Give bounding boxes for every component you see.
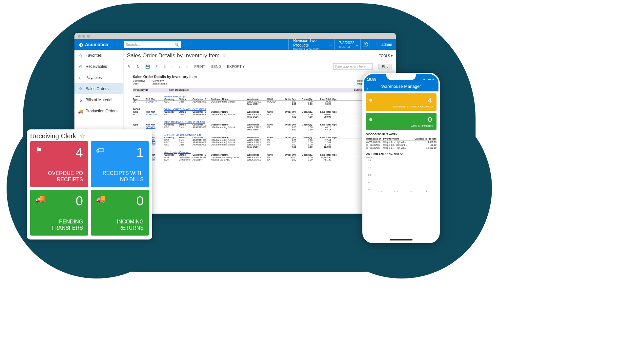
query-input[interactable]: Type your query here bbox=[333, 63, 373, 70]
sidebar-item-receivables[interactable]: ⊕Receivables bbox=[74, 61, 123, 72]
goods-section-title: GOODS TO PUT AWAY bbox=[366, 133, 437, 136]
phone-notch bbox=[386, 74, 416, 80]
report-body: Sales Order Details by Inventory Item Co… bbox=[124, 71, 396, 214]
shipping-ratio-chart: Legend 1.21.00.80.60.4 2020202120222023 bbox=[366, 157, 437, 193]
home-indicator[interactable] bbox=[390, 239, 413, 240]
user-name: admin bbox=[381, 42, 392, 47]
reference-link[interactable]: SO005447 bbox=[146, 101, 164, 103]
reference-link[interactable]: SO005452 bbox=[146, 113, 164, 116]
chevron-down-icon: ⌄ bbox=[329, 43, 332, 47]
sidebar-item-favorites[interactable]: ☆Favorites bbox=[74, 50, 123, 61]
user-icon: 👤 bbox=[375, 42, 379, 47]
refresh-button[interactable]: ↻ bbox=[136, 65, 139, 69]
minus-icon: ⊖ bbox=[78, 75, 83, 80]
tile-icon: ⚑ bbox=[35, 146, 43, 155]
y-axis: 1.21.00.80.60.4 bbox=[366, 159, 372, 189]
first-page-button[interactable]: |‹ bbox=[164, 65, 166, 68]
inventory-link[interactable]: Phelps Beef Strip bbox=[164, 95, 387, 98]
star-icon: ☆ bbox=[78, 53, 83, 58]
receiving-clerk-panel: Receiving Clerk ☆ ⚑4OVERDUE PO RECEIPTS🏷… bbox=[27, 129, 152, 239]
favorite-star-button[interactable]: ☆ bbox=[79, 132, 85, 140]
window-titlebar bbox=[74, 33, 396, 39]
help-icon: ? bbox=[363, 42, 368, 47]
phone-title: Warehouse Manager bbox=[367, 84, 435, 89]
goods-table: Warehouse ID Inventory Item On Hand to P… bbox=[366, 137, 437, 149]
user-menu[interactable]: 👤 admin bbox=[370, 39, 396, 50]
minimize-dot[interactable] bbox=[82, 35, 85, 38]
search-placeholder: Search... bbox=[126, 43, 140, 47]
find-button[interactable]: Find bbox=[378, 64, 392, 69]
phone-kpi-tile[interactable]: 🕐4SHIPMENTS TO PICK AND PACK bbox=[366, 93, 437, 111]
back-button[interactable]: ‹ bbox=[366, 86, 368, 92]
report-toolbar: ✎ ↻ 💾 ⎘ |‹ ‹ › ›| PRINT SEND EXPORT ▾ Ty… bbox=[124, 62, 396, 71]
invoice-icon: $ bbox=[78, 98, 83, 102]
date-selector[interactable]: 7/8/2023 8:01 AM ⌄ bbox=[334, 39, 360, 50]
date: 7/8/2023 bbox=[339, 41, 356, 45]
kpi-tile[interactable]: 🚚0PENDING TRANSFERS bbox=[30, 190, 88, 236]
content-area: Sales Order Details by Inventory Item ☆ … bbox=[124, 50, 396, 214]
time: 8:01 AM bbox=[339, 45, 356, 48]
search-input[interactable]: Search... 🔍 bbox=[124, 41, 181, 48]
sidebar-item-production-orders[interactable]: 🚚Production Orders bbox=[74, 105, 123, 117]
inventory-link[interactable]: VINYL, GREY / BLACK @ 51 INCH bbox=[164, 108, 387, 111]
phone-kpi-tile[interactable]: 🕐0LATE SHIPMENTS bbox=[366, 113, 437, 130]
inventory-link[interactable]: SIDE RELEASE, PLUG 1", BLACK bbox=[164, 121, 387, 124]
truck-icon: 🚚 bbox=[78, 109, 83, 113]
kpi-tile[interactable]: 🚚0INCOMING RETURNS bbox=[91, 190, 149, 236]
company-name: Revision Two Products bbox=[293, 38, 330, 48]
print-button[interactable]: PRINT bbox=[194, 65, 205, 68]
table-row[interactable]: WHOLESALEWidget 01 - High volu...19,500.… bbox=[366, 146, 437, 149]
edit-icon: ✎ bbox=[78, 86, 83, 91]
tile-icon: 🚚 bbox=[35, 194, 45, 203]
ratio-section-title: ON TIME SHIPPING RATIO bbox=[366, 152, 437, 155]
prev-page-button[interactable]: ‹ bbox=[172, 65, 173, 68]
chart-legend: Legend bbox=[366, 156, 372, 158]
search-icon[interactable]: 🔍 bbox=[174, 43, 179, 47]
help-button[interactable]: ? bbox=[360, 39, 370, 50]
reference-link[interactable]: O005456 bbox=[146, 126, 164, 128]
plus-icon: ⊕ bbox=[78, 64, 83, 69]
tile-icon: 🚚 bbox=[96, 194, 106, 203]
page-title: Sales Order Details by Inventory Item bbox=[127, 52, 220, 59]
close-dot[interactable] bbox=[78, 35, 81, 38]
logo-icon: ◐ bbox=[79, 42, 83, 47]
kpi-tile[interactable]: 🏷1RECEIPTS WITH NO BILLS bbox=[91, 141, 149, 187]
favorite-star-button[interactable]: ☆ bbox=[222, 53, 227, 58]
sidebar-item-sales-orders[interactable]: ✎Sales Orders bbox=[74, 83, 123, 94]
brand-name: Acumatica bbox=[85, 42, 108, 47]
save-button[interactable]: 💾 bbox=[145, 65, 150, 69]
receiving-clerk-title: Receiving Clerk bbox=[30, 132, 76, 140]
send-button[interactable]: SEND bbox=[211, 65, 221, 68]
inventory-link[interactable]: 1.5"x1.5" Smooth Extrusion-Lite bbox=[164, 133, 387, 136]
app-topbar: ◐ Acumatica Search... 🔍 Revision Two Pro… bbox=[74, 39, 396, 50]
table-row[interactable]: WHOLESALEWidget 03 - Standard ...100.00 bbox=[366, 144, 437, 146]
report-title: Sales Order Details by Inventory Item bbox=[133, 75, 387, 79]
company-selector[interactable]: Revision Two Products Products Wholesalo… bbox=[288, 39, 334, 50]
tools-menu[interactable]: TOOLS ▾ bbox=[379, 54, 393, 58]
company-sub: Products Wholesalo bbox=[293, 48, 330, 51]
table-row[interactable]: VA-WHOLESLWidget 01 - High volu...4,495.… bbox=[366, 141, 437, 144]
tile-icon: 🏷 bbox=[96, 146, 104, 155]
last-page-button[interactable]: ›| bbox=[186, 65, 189, 68]
edit-button[interactable]: ✎ bbox=[128, 65, 131, 69]
mobile-device: 10:55 ••• ▬ ■ ‹ Warehouse Manager 🕐4SHIP… bbox=[362, 73, 440, 243]
chevron-down-icon: ⌄ bbox=[355, 43, 358, 47]
sidebar-item-payables[interactable]: ⊖Payables bbox=[74, 72, 123, 83]
kpi-tile[interactable]: ⚑4OVERDUE PO RECEIPTS bbox=[30, 141, 88, 187]
clock-icon: 🕐 bbox=[369, 99, 373, 102]
inventory-link[interactable]: Acer Laptop Computer bbox=[164, 151, 387, 154]
schedule-button[interactable]: ⎘ bbox=[156, 65, 158, 68]
clock-icon: 🕐 bbox=[369, 118, 373, 121]
next-page-button[interactable]: › bbox=[179, 65, 180, 68]
brand-logo[interactable]: ◐ Acumatica bbox=[74, 42, 124, 47]
export-button[interactable]: EXPORT ▾ bbox=[227, 65, 245, 69]
phone-status-icons: ••• ▬ ■ bbox=[423, 78, 435, 81]
maximize-dot[interactable] bbox=[87, 35, 90, 38]
sidebar-item-bom[interactable]: $Bills of Material bbox=[74, 94, 123, 105]
